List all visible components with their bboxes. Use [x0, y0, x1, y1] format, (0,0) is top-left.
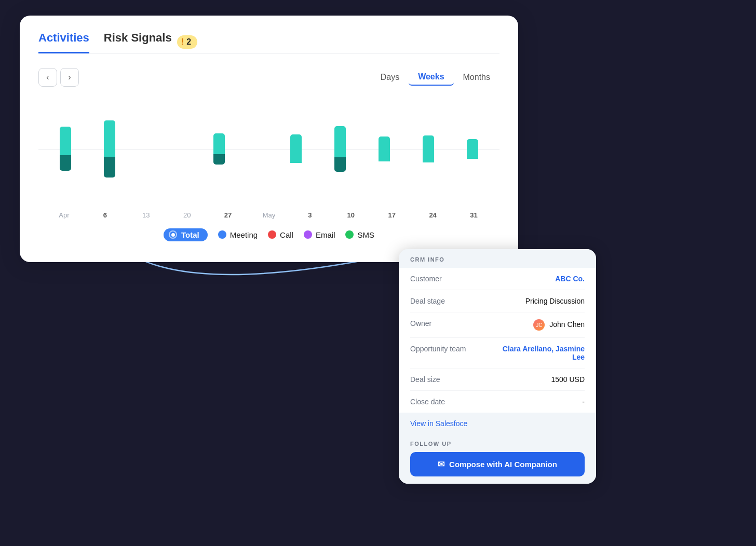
crm-rows: Customer ABC Co. Deal stage Pricing Disc… [399, 268, 596, 413]
view-in-salesforce-link[interactable]: View in Salesfoce [410, 419, 467, 428]
bar-group-27 [213, 92, 225, 206]
x-label-13: 13 [137, 211, 155, 219]
tab-activities[interactable]: Activities [38, 31, 89, 53]
crm-deal-stage-label: Deal stage [410, 297, 478, 305]
legend-call-label: Call [280, 230, 293, 239]
crm-customer-label: Customer [410, 275, 478, 283]
period-months[interactable]: Months [454, 69, 500, 86]
bar-upper-0 [60, 127, 71, 155]
bar-group-17 [379, 92, 390, 206]
crm-row-close-date: Close date - [410, 391, 585, 413]
bar-upper-1 [104, 120, 115, 157]
follow-section: FOLLOW UP ✉ Compose with AI Companion [399, 435, 596, 484]
bar-group-10 [334, 92, 346, 206]
crm-row-deal-size: Deal size 1500 USD [410, 368, 585, 391]
x-label-apr: Apr [55, 211, 73, 219]
legend-call-dot [268, 230, 276, 239]
period-days[interactable]: Days [371, 69, 409, 86]
x-labels: Apr6132027May310172431 [38, 211, 500, 219]
legend-call[interactable]: Call [268, 230, 293, 239]
chart-legend: Total Meeting Call Email SMS [38, 228, 500, 241]
legend-sms[interactable]: SMS [345, 230, 374, 239]
x-label-may: May [260, 211, 278, 219]
crm-row-customer: Customer ABC Co. [410, 268, 585, 290]
bar-upper-4 [213, 133, 225, 154]
owner-avatar: JC [533, 319, 545, 331]
crm-owner-label: Owner [410, 319, 478, 327]
chart-columns [38, 92, 500, 206]
legend-email-dot [304, 230, 312, 239]
x-label-17: 17 [383, 211, 401, 219]
crm-row-deal-stage: Deal stage Pricing Discussion [410, 290, 585, 312]
bar-upper-6 [290, 134, 302, 163]
crm-owner-value: JC John Chen [533, 319, 585, 331]
bar-lower-7 [334, 157, 346, 172]
follow-up-header: FOLLOW UP [410, 441, 585, 447]
bar-upper-7 [334, 126, 346, 157]
period-row: ‹ › Days Weeks Months [38, 68, 500, 87]
activities-card: Activities Risk Signals ! 2 ‹ › Days Wee… [20, 16, 518, 262]
crm-customer-value[interactable]: ABC Co. [555, 275, 585, 283]
x-label-27: 27 [219, 211, 237, 219]
legend-meeting-dot [218, 230, 226, 239]
bar-group-6 [104, 92, 115, 206]
legend-email-label: Email [316, 230, 335, 239]
bar-upper-10 [467, 139, 478, 159]
bar-group-3 [290, 92, 302, 206]
crm-opp-team-value: Clara Arellano, Jasmine Lee [491, 345, 585, 361]
crm-opp-team-label: Opportunity team [410, 345, 478, 353]
nav-buttons: ‹ › [38, 68, 79, 87]
x-label-6: 6 [96, 211, 114, 219]
legend-meeting-label: Meeting [230, 230, 258, 239]
legend-email[interactable]: Email [304, 230, 335, 239]
period-weeks[interactable]: Weeks [409, 69, 453, 86]
x-label-3: 3 [301, 211, 319, 219]
crm-card: CRM INFO Customer ABC Co. Deal stage Pri… [399, 249, 596, 484]
chart-area [38, 92, 500, 206]
crm-deal-size-label: Deal size [410, 375, 478, 384]
legend-sms-label: SMS [357, 230, 374, 239]
prev-button[interactable]: ‹ [38, 68, 57, 87]
x-label-24: 24 [424, 211, 442, 219]
bar-lower-0 [60, 155, 71, 171]
legend-total-label: Total [181, 230, 199, 239]
risk-exclamation-icon: ! [181, 37, 184, 47]
crm-row-owner: Owner JC John Chen [410, 312, 585, 338]
crm-deal-size-value: 1500 USD [551, 375, 585, 384]
x-label-10: 10 [342, 211, 360, 219]
compose-label: Compose with AI Companion [449, 460, 557, 469]
crm-close-date-label: Close date [410, 398, 478, 406]
bar-group-31 [467, 92, 478, 206]
risk-count: 2 [186, 37, 191, 47]
tabs-row: Activities Risk Signals ! 2 [38, 31, 500, 53]
compose-icon: ✉ [438, 459, 444, 469]
bar-lower-1 [104, 157, 115, 178]
legend-meeting[interactable]: Meeting [218, 230, 258, 239]
bar-upper-8 [379, 136, 390, 161]
x-label-31: 31 [465, 211, 483, 219]
crm-row-opp-team: Opportunity team Clara Arellano, Jasmine… [410, 338, 585, 368]
crm-link-row: View in Salesfoce [399, 413, 596, 435]
crm-deal-stage-value: Pricing Discussion [525, 297, 585, 305]
compose-button[interactable]: ✉ Compose with AI Companion [410, 452, 585, 476]
risk-badge: ! 2 [177, 35, 198, 49]
next-button[interactable]: › [60, 68, 79, 87]
crm-close-date-value: - [582, 398, 585, 406]
bar-lower-4 [213, 154, 225, 165]
bar-group-24 [423, 92, 434, 206]
x-label-20: 20 [178, 211, 196, 219]
legend-total[interactable]: Total [164, 228, 208, 241]
bar-group-apr [60, 92, 71, 206]
tab-risk-signals[interactable]: Risk Signals [104, 31, 172, 53]
legend-sms-dot [345, 230, 354, 239]
bar-upper-9 [423, 135, 434, 162]
period-options: Days Weeks Months [371, 69, 500, 86]
crm-section-header: CRM INFO [399, 249, 596, 268]
